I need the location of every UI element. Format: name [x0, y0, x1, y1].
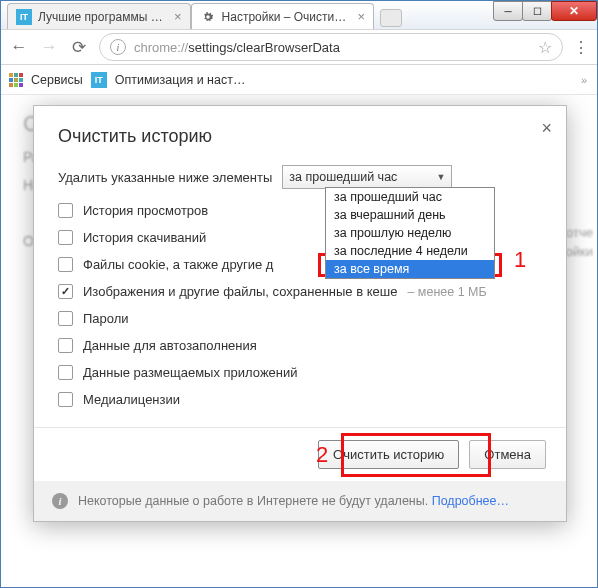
checkbox-icon[interactable] [58, 338, 73, 353]
apps-grid-icon[interactable] [9, 73, 23, 87]
bookmarks-overflow-icon[interactable]: » [581, 74, 587, 86]
info-icon: i [52, 493, 68, 509]
dialog-info-note: i Некоторые данные о работе в Интернете … [34, 481, 566, 521]
bookmark-it-icon: IT [91, 72, 107, 88]
dialog-footer: 2 Очистить историю Отмена [34, 427, 566, 481]
checkbox-label: Данные для автозаполнения [83, 338, 257, 353]
window-controls: ─ ☐ ✕ [494, 1, 597, 21]
checkbox-icon[interactable] [58, 392, 73, 407]
checkbox-label: История просмотров [83, 203, 208, 218]
checkbox-icon[interactable] [58, 311, 73, 326]
checkbox-icon[interactable] [58, 203, 73, 218]
checkbox-label: Медиалицензии [83, 392, 180, 407]
clear-history-button[interactable]: Очистить историю [318, 440, 459, 469]
site-info-icon[interactable]: i [110, 39, 126, 55]
dropdown-option-selected[interactable]: за все время [326, 260, 494, 278]
url-scheme: chrome:// [134, 40, 188, 55]
back-icon[interactable]: ← [9, 37, 29, 57]
clear-history-dialog: × Очистить историю Удалить указанные ниж… [33, 105, 567, 522]
bookmark-item-1[interactable]: Оптимизация и наст… [115, 73, 246, 87]
checkbox-label: Изображения и другие файлы, сохраненные … [83, 284, 397, 299]
menu-icon[interactable]: ⋮ [573, 38, 589, 57]
checkbox-label: Файлы cookie, а также другие д [83, 257, 273, 272]
checkbox-checked-icon[interactable] [58, 284, 73, 299]
checkbox-label: История скачиваний [83, 230, 206, 245]
browser-window: IT Лучшие программы дл… × Настройки – Оч… [0, 0, 598, 588]
dropdown-option[interactable]: за прошлую неделю [326, 224, 494, 242]
learn-more-link[interactable]: Подробнее… [432, 494, 509, 508]
dialog-title: Очистить историю [58, 126, 542, 147]
time-range-select[interactable]: за прошедший час ▼ [282, 165, 452, 189]
select-value: за прошедший час [289, 170, 397, 184]
annotation-number-1: 1 [514, 247, 526, 273]
checkbox-icon[interactable] [58, 365, 73, 380]
chevron-down-icon: ▼ [436, 172, 445, 182]
page-content: Ch Ра На О и отче тройки × Очистить исто… [1, 95, 597, 587]
address-bar[interactable]: i chrome://settings/clearBrowserData ☆ [99, 33, 563, 61]
time-range-label: Удалить указанные ниже элементы [58, 170, 272, 185]
window-titlebar: IT Лучшие программы дл… × Настройки – Оч… [1, 1, 597, 29]
tab-strip: IT Лучшие программы дл… × Настройки – Оч… [7, 3, 402, 29]
checkbox-icon[interactable] [58, 257, 73, 272]
close-window-button[interactable]: ✕ [551, 1, 597, 21]
dropdown-option[interactable]: за прошедший час [326, 188, 494, 206]
bookmark-star-icon[interactable]: ☆ [538, 38, 552, 57]
reload-icon[interactable]: ⟳ [69, 37, 89, 58]
checkbox-row[interactable]: Пароли [58, 311, 542, 326]
close-tab-icon[interactable]: × [174, 9, 182, 24]
checkbox-row[interactable]: Медиалицензии [58, 392, 542, 407]
new-tab-button[interactable] [380, 9, 402, 27]
maximize-button[interactable]: ☐ [522, 1, 552, 21]
favicon-it-icon: IT [16, 9, 32, 25]
checkbox-row[interactable]: Данные размещаемых приложений [58, 365, 542, 380]
minimize-button[interactable]: ─ [493, 1, 523, 21]
checkbox-row[interactable]: Изображения и другие файлы, сохраненные … [58, 284, 542, 299]
time-range-dropdown: за прошедший час за вчерашний день за пр… [325, 187, 495, 279]
close-tab-icon[interactable]: × [358, 9, 366, 24]
tab-2-active[interactable]: Настройки – Очистить и… × [191, 3, 375, 29]
browser-toolbar: ← → ⟳ i chrome://settings/clearBrowserDa… [1, 29, 597, 65]
checkbox-label: Данные размещаемых приложений [83, 365, 298, 380]
cancel-button[interactable]: Отмена [469, 440, 546, 469]
dialog-close-icon[interactable]: × [541, 118, 552, 139]
url-path: settings/clearBrowserData [188, 40, 340, 55]
tab-1[interactable]: IT Лучшие программы дл… × [7, 3, 191, 29]
dropdown-option[interactable]: за вчерашний день [326, 206, 494, 224]
annotation-number-2: 2 [316, 442, 328, 468]
tab-title: Лучшие программы дл… [38, 10, 164, 24]
checkbox-row[interactable]: Данные для автозаполнения [58, 338, 542, 353]
checkbox-hint: – менее 1 МБ [407, 285, 486, 299]
time-range-row: Удалить указанные ниже элементы за проше… [58, 165, 542, 189]
checkbox-icon[interactable] [58, 230, 73, 245]
bookmarks-bar: Сервисы IT Оптимизация и наст… » [1, 65, 597, 95]
favicon-gear-icon [200, 9, 216, 25]
bookmark-apps-label[interactable]: Сервисы [31, 73, 83, 87]
note-text: Некоторые данные о работе в Интернете не… [78, 494, 509, 508]
checkbox-label: Пароли [83, 311, 129, 326]
tab-title: Настройки – Очистить и… [222, 10, 348, 24]
forward-icon: → [39, 37, 59, 57]
dropdown-option[interactable]: за последние 4 недели [326, 242, 494, 260]
